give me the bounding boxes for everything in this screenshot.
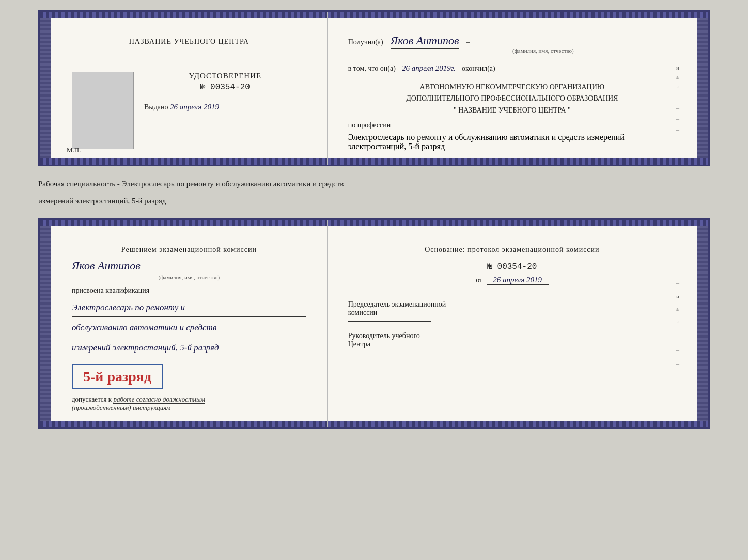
cert-top-left-panel: НАЗВАНИЕ УЧЕБНОГО ЦЕНТРА УДОСТОВЕРЕНИЕ №… [51,12,328,165]
cert-top-right-panel: Получил(а) Яков Антипов – (фамилия, имя,… [328,12,697,165]
po-professii-label: по профессии [348,121,676,130]
chairman-title1: Председатель экзаменационной [348,300,676,309]
grade-text: 5-й разряд [83,369,151,385]
left-bottom-area: УДОСТОВЕРЕНИЕ № 00354-20 Выдано 26 апрел… [72,72,306,149]
tick-marks: – – и а ← – – – – [676,43,682,134]
okonchil-label: окончил(а) [462,65,495,73]
profession-block: Электрослесарь по ремонту и обслуживанию… [348,133,676,151]
prisvoena-label: присвоена квалификация [72,286,306,295]
bottom-tick-marks: – – – и а ← – – – – – [676,251,682,396]
decision-title: Решением экзаменационной комиссии [72,246,306,254]
org-block: АВТОНОМНУЮ НЕКОММЕРЧЕСКУЮ ОРГАНИЗАЦИЮ ДО… [348,82,676,116]
fio-sublabel-bottom: (фамилия, имя, отчество) [72,274,306,280]
bottom-date-line: от 26 апреля 2019 [348,276,676,285]
bottom-spine-right [697,220,708,427]
instr-text: (производственным) инструкциям [72,404,171,411]
cert-top: НАЗВАНИЕ УЧЕБНОГО ЦЕНТРА УДОСТОВЕРЕНИЕ №… [38,10,710,166]
bottom-number: № 00354-20 [348,262,676,271]
left-text-area: УДОСТОВЕРЕНИЕ № 00354-20 Выдано 26 апрел… [144,72,306,111]
mp-label: М.П. [67,146,81,154]
center-title: НАЗВАНИЕ УЧЕБНОГО ЦЕНТРА [129,38,249,46]
director-block: Руководитель учебного Центра [348,332,676,353]
grade-box: 5-й разряд [72,364,163,389]
ot-label: от [476,276,482,284]
udost-block: УДОСТОВЕРЕНИЕ № 00354-20 [144,72,306,92]
middle-text-block: Рабочая специальность - Электрослесарь п… [38,175,710,209]
cert-bottom-left-panel: Решением экзаменационной комиссии Яков А… [51,220,328,427]
org-line3: " НАЗВАНИЕ УЧЕБНОГО ЦЕНТРА " [348,105,676,116]
director-title1: Руководитель учебного [348,332,676,340]
work-text: работе согласно должностным [113,395,205,404]
vydano-label: Выдано [144,103,168,111]
cert-bottom: Решением экзаменационной комиссии Яков А… [38,218,710,429]
middle-text-line1: Рабочая специальность - Электрослесарь п… [38,175,710,193]
poluchil-label: Получил(а) [348,38,383,46]
spine-right [697,12,708,165]
qual-line1: Электрослесарь по ремонту и [72,299,306,317]
director-sig-line [348,353,431,353]
director-title2: Центра [348,340,676,348]
cert-bottom-right-panel: Основание: протокол экзаменационной коми… [328,220,697,427]
dash-after-name: – [466,38,470,46]
chairman-sig-line [348,321,431,322]
vydano-block: Выдано 26 апреля 2019 [144,103,306,111]
date-handwritten: 26 апреля 2019г. [400,64,458,73]
dopuskaetsya-text: допускается к работе согласно должностны… [72,395,306,412]
spine-left [40,12,51,165]
po-professii-block: по профессии [348,121,676,130]
org-line2: ДОПОЛНИТЕЛЬНОГО ПРОФЕССИОНАЛЬНОГО ОБРАЗО… [348,93,676,104]
chairman-title2: комиссии [348,309,676,317]
profession-line2: обслуживанию автоматики и средств [455,133,585,141]
qual-line2: обслуживанию автоматики и средств [72,319,306,337]
vydano-date: 26 апреля 2019 [170,103,219,111]
udost-number: № 00354-20 [195,83,255,92]
vtom-label: в том, что он(а) [348,65,396,73]
person-name-bottom: Яков Антипов [72,259,306,273]
qual-line3: измерений электростанций, 5-й разряд [72,339,306,357]
photo-placeholder [72,72,134,149]
profession-line1: Электрослесарь по ремонту и [348,133,453,141]
chairman-block: Председатель экзаменационной комиссии [348,300,676,322]
recipient-row: Получил(а) Яков Антипов – (фамилия, имя,… [348,34,676,54]
org-line1: АВТОНОМНУЮ НЕКОММЕРЧЕСКУЮ ОРГАНИЗАЦИЮ [348,82,676,93]
bottom-date: 26 апреля 2019 [487,276,549,285]
vtom-row: в том, что он(а) 26 апреля 2019г. окончи… [348,64,676,73]
dopuskaetsya-label: допускается к [72,395,112,403]
recipient-name: Яков Антипов [391,34,459,49]
document-container: НАЗВАНИЕ УЧЕБНОГО ЦЕНТРА УДОСТОВЕРЕНИЕ №… [38,10,710,429]
osnov-title: Основание: протокол экзаменационной коми… [348,246,676,254]
bottom-spine-left [40,220,51,427]
udost-title: УДОСТОВЕРЕНИЕ [144,72,306,81]
middle-text-line2: измерений электростанций, 5-й разряд [38,193,710,210]
